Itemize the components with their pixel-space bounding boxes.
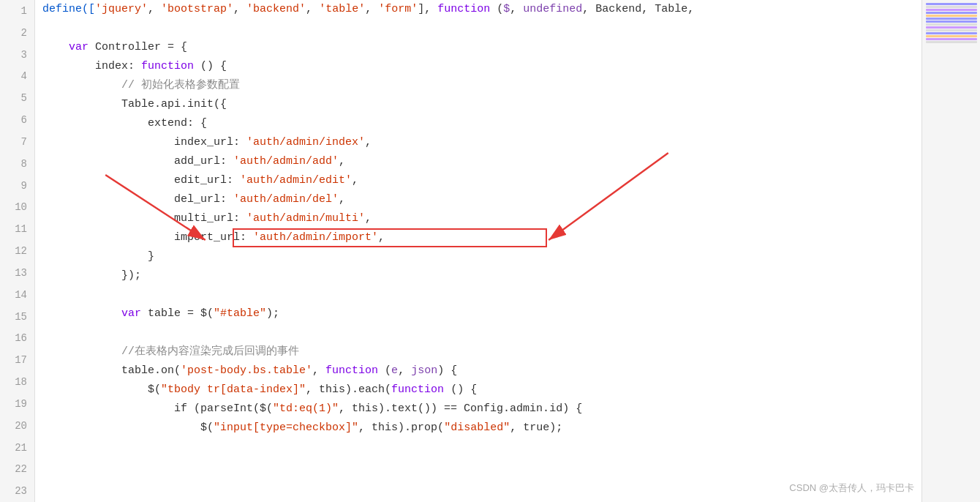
minimap-line <box>926 3 977 5</box>
minimap-line <box>926 35 977 37</box>
minimap-line <box>926 6 977 8</box>
code-line <box>35 19 921 38</box>
code-line: }); <box>35 266 921 285</box>
line-number: 7 <box>17 131 34 153</box>
line-number: 2 <box>17 22 34 44</box>
line-number: 6 <box>17 109 34 131</box>
code-line: if (parseInt($("td:eq(1)", this).text())… <box>35 400 921 419</box>
line-number: 22 <box>10 458 34 480</box>
line-number: 5 <box>17 87 34 109</box>
line-numbers: 1234567891011121314151617181920212223 <box>0 0 35 502</box>
code-line <box>35 323 921 342</box>
minimap-line <box>926 29 977 31</box>
line-number: 4 <box>17 65 34 87</box>
line-number: 17 <box>10 349 34 371</box>
minimap-line <box>926 12 977 14</box>
minimap-line <box>926 9 977 11</box>
code-content[interactable]: define(['jquery', 'bootstrap', 'backend'… <box>35 0 921 502</box>
code-line <box>35 285 921 304</box>
code-line: index: function () { <box>35 57 921 76</box>
line-number: 21 <box>10 437 34 459</box>
minimap-line <box>926 15 977 17</box>
line-number: 11 <box>10 218 34 240</box>
line-number: 9 <box>17 175 34 197</box>
code-line: del_url: 'auth/admin/del', <box>35 190 921 209</box>
line-number: 14 <box>10 284 34 306</box>
line-number: 13 <box>10 262 34 284</box>
line-number: 18 <box>10 371 34 393</box>
code-line: multi_url: 'auth/admin/multi', <box>35 209 921 228</box>
line-number: 20 <box>10 415 34 437</box>
minimap-line <box>926 20 977 23</box>
line-number: 10 <box>10 196 34 218</box>
line-number: 3 <box>17 44 34 66</box>
code-line: //在表格内容渲染完成后回调的事件 <box>35 342 921 361</box>
minimap-line <box>926 18 977 20</box>
minimap-line <box>926 23 977 26</box>
code-line: import_url: 'auth/admin/import', <box>35 228 921 247</box>
code-line: edit_url: 'auth/admin/edit', <box>35 171 921 190</box>
line-number: 8 <box>17 153 34 175</box>
code-line: table.on('post-body.bs.table', function … <box>35 361 921 381</box>
line-number: 16 <box>10 327 34 349</box>
minimap-line <box>926 41 977 43</box>
code-line: var Controller = { <box>35 38 921 57</box>
minimap <box>921 0 980 502</box>
line-number: 12 <box>10 240 34 262</box>
line-number: 19 <box>10 393 34 415</box>
watermark: CSDN @太吾传人，玛卡巴卡 <box>789 482 914 495</box>
code-line: extend: { <box>35 114 921 133</box>
code-line: index_url: 'auth/admin/index', <box>35 133 921 152</box>
code-line: $("input[type=checkbox]", this).prop("di… <box>35 419 921 438</box>
code-line: add_url: 'auth/admin/add', <box>35 152 921 171</box>
line-number: 15 <box>10 306 34 328</box>
code-line: // 初始化表格参数配置 <box>35 76 921 95</box>
code-line: var table = $("#table"); <box>35 304 921 323</box>
code-editor: 1234567891011121314151617181920212223 de… <box>0 0 980 502</box>
minimap-line <box>926 38 977 40</box>
line-number: 1 <box>17 0 34 22</box>
code-line: } <box>35 247 921 266</box>
minimap-line <box>926 26 977 29</box>
code-line: define(['jquery', 'bootstrap', 'backend'… <box>35 0 921 19</box>
code-line: Table.api.init({ <box>35 95 921 114</box>
line-number: 23 <box>10 480 34 502</box>
code-line: $("tbody tr[data-index]", this).each(fun… <box>35 381 921 400</box>
minimap-line <box>926 32 977 34</box>
